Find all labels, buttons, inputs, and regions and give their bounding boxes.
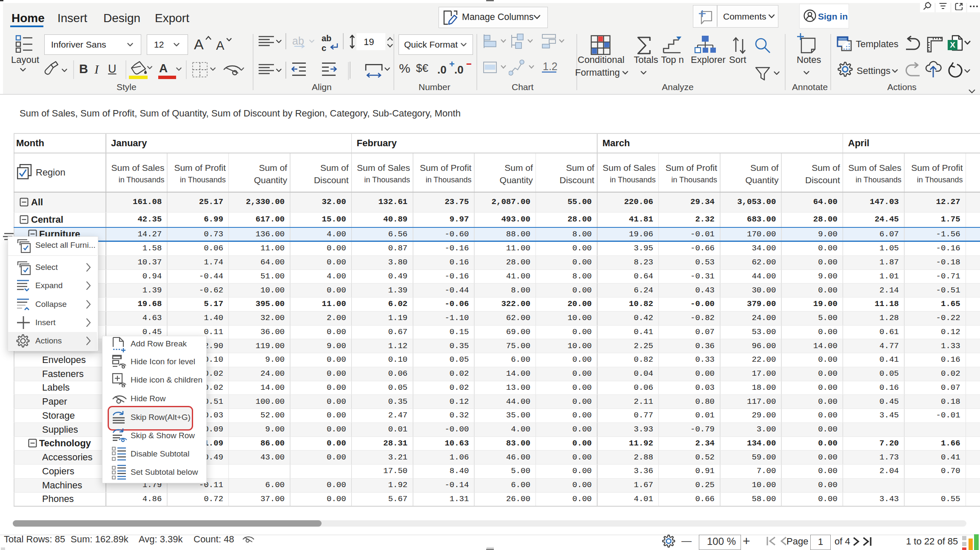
svg-text:X: X: [950, 40, 955, 49]
